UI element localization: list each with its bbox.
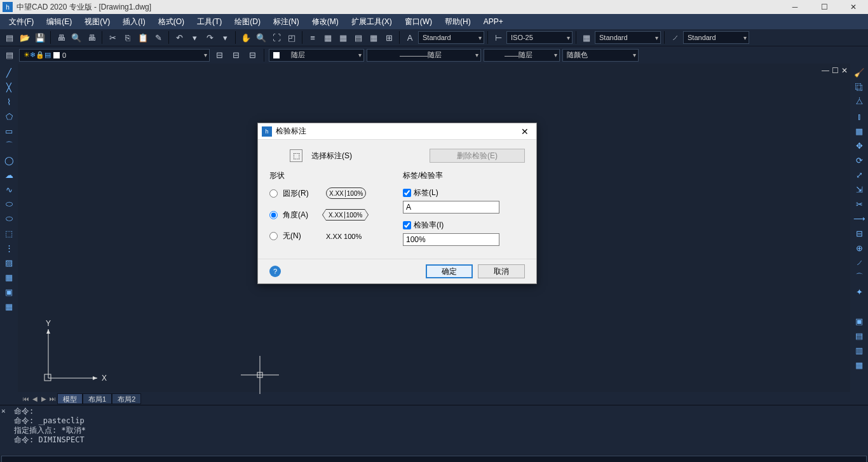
tab-first-icon[interactable]: ⏮ bbox=[22, 393, 31, 404]
dimstyle-dropdown[interactable]: ISO-25 bbox=[506, 31, 573, 44]
zoom-icon[interactable]: 🔍 bbox=[254, 31, 268, 44]
new-icon[interactable]: ▤ bbox=[3, 31, 17, 44]
layerprev-icon[interactable]: ⊟ bbox=[212, 48, 226, 62]
tab-next-icon[interactable]: ▶ bbox=[39, 393, 48, 404]
arc-icon[interactable]: ⌒ bbox=[2, 139, 16, 152]
mleaderstyle-icon[interactable]: ⟋ bbox=[668, 31, 682, 44]
layeriso-icon[interactable]: ⊟ bbox=[229, 48, 243, 62]
ok-button[interactable]: 确定 bbox=[426, 264, 473, 278]
open-icon[interactable]: 📂 bbox=[18, 31, 32, 44]
chamfer-icon[interactable]: ⟋ bbox=[852, 256, 866, 269]
menu-insert[interactable]: 插入(I) bbox=[116, 14, 151, 29]
mirror-icon[interactable]: ⧊ bbox=[852, 95, 866, 108]
rate-input[interactable] bbox=[403, 233, 499, 246]
menu-dimension[interactable]: 标注(N) bbox=[267, 14, 306, 29]
calc-icon[interactable]: ▤ bbox=[351, 31, 365, 44]
tablestyle-icon[interactable]: ▦ bbox=[580, 31, 593, 44]
tab-last-icon[interactable]: ⏭ bbox=[48, 393, 57, 404]
hatch-icon[interactable]: ▨ bbox=[2, 256, 16, 269]
layer-dropdown[interactable]: ☀❄🔒▤ 0 bbox=[19, 49, 210, 62]
layeroff-icon[interactable]: ⊟ bbox=[245, 48, 259, 62]
command-input[interactable] bbox=[1, 456, 867, 462]
rotate-icon[interactable]: ⟳ bbox=[852, 154, 866, 166]
rt3-icon[interactable]: ▥ bbox=[852, 344, 866, 357]
tablestyle-dropdown[interactable]: Standard bbox=[595, 31, 661, 44]
polygon-icon[interactable]: ⬠ bbox=[2, 110, 16, 123]
block-icon[interactable]: ⬚ bbox=[2, 227, 16, 240]
extend-icon[interactable]: ⟶ bbox=[852, 212, 866, 225]
menu-tools[interactable]: 工具(T) bbox=[191, 14, 228, 29]
pline-icon[interactable]: ⌇ bbox=[2, 95, 16, 108]
trim-icon[interactable]: ✂ bbox=[852, 198, 866, 210]
fillet-icon[interactable]: ⌒ bbox=[852, 271, 866, 283]
maximize-button[interactable]: ☐ bbox=[810, 0, 839, 14]
menu-edit[interactable]: 编辑(E) bbox=[40, 14, 78, 29]
redo-dd-icon[interactable]: ▾ bbox=[218, 31, 232, 44]
rt1-icon[interactable]: ▣ bbox=[852, 315, 866, 327]
erase-icon[interactable]: 🧹 bbox=[852, 66, 866, 79]
save-icon[interactable]: 💾 bbox=[33, 31, 47, 44]
point-icon[interactable]: ⋮ bbox=[2, 241, 16, 254]
zoomext-icon[interactable]: ⛶ bbox=[269, 31, 283, 44]
rt4-icon[interactable]: ▦ bbox=[852, 358, 866, 371]
join-icon[interactable]: ⊕ bbox=[852, 241, 866, 254]
select-dim-button[interactable]: ⬚ bbox=[290, 149, 302, 162]
tab-layout2[interactable]: 布局2 bbox=[112, 393, 141, 404]
props-icon[interactable]: ▦ bbox=[321, 31, 335, 44]
line-icon[interactable]: ╱ bbox=[2, 66, 16, 79]
explode-icon[interactable]: ✦ bbox=[852, 285, 866, 298]
tab-layout1[interactable]: 布局1 bbox=[83, 393, 112, 404]
close-button[interactable]: ✕ bbox=[839, 0, 868, 14]
menu-app[interactable]: APP+ bbox=[477, 14, 510, 29]
move-icon[interactable]: ✥ bbox=[852, 139, 866, 152]
canvas-close-icon[interactable]: ✕ bbox=[841, 66, 848, 75]
tab-prev-icon[interactable]: ◀ bbox=[31, 393, 39, 404]
ellipsearc-icon[interactable]: ⬭ bbox=[2, 212, 16, 225]
grid-icon[interactable]: ▦ bbox=[336, 31, 350, 44]
stretch-icon[interactable]: ⇲ bbox=[852, 183, 866, 196]
break-icon[interactable]: ⊟ bbox=[852, 227, 866, 240]
tool6-icon[interactable]: ⊞ bbox=[382, 31, 396, 44]
paste-icon[interactable]: 📋 bbox=[136, 31, 150, 44]
undo-dd-icon[interactable]: ▾ bbox=[187, 31, 201, 44]
menu-view[interactable]: 视图(V) bbox=[78, 14, 116, 29]
ltype-dropdown[interactable]: ———— 随层 bbox=[367, 49, 481, 62]
cut-icon[interactable]: ✂ bbox=[105, 31, 119, 44]
help-icon[interactable]: ? bbox=[269, 266, 281, 277]
radio-none[interactable] bbox=[269, 232, 278, 240]
layermgr-icon[interactable]: ▤ bbox=[3, 48, 17, 62]
array-icon[interactable]: ▦ bbox=[852, 125, 866, 137]
radio-angle[interactable] bbox=[269, 211, 278, 219]
spline-icon[interactable]: ∿ bbox=[2, 183, 16, 196]
color-dropdown[interactable]: 随层 bbox=[269, 49, 364, 62]
scale-icon[interactable]: ⤢ bbox=[852, 168, 866, 181]
menu-format[interactable]: 格式(O) bbox=[152, 14, 191, 29]
print-icon[interactable]: 🖶 bbox=[54, 31, 68, 44]
plotstyle-dropdown[interactable]: 随颜色 bbox=[562, 49, 639, 62]
match-icon[interactable]: ✎ bbox=[151, 31, 165, 44]
plot-icon[interactable]: 🖶 bbox=[85, 31, 98, 44]
menu-modify[interactable]: 修改(M) bbox=[306, 14, 345, 29]
zoomwin-icon[interactable]: ◰ bbox=[285, 31, 299, 44]
mleaderstyle-dropdown[interactable]: Standard bbox=[683, 31, 749, 44]
gradient-icon[interactable]: ▦ bbox=[2, 271, 16, 283]
check-label[interactable] bbox=[403, 189, 411, 197]
canvas-min-icon[interactable]: — bbox=[822, 66, 829, 75]
tool5-icon[interactable]: ▦ bbox=[367, 31, 381, 44]
check-rate[interactable] bbox=[403, 221, 411, 229]
tab-model[interactable]: 模型 bbox=[57, 393, 83, 404]
ellipse-icon[interactable]: ⬭ bbox=[2, 198, 16, 210]
region-icon[interactable]: ▣ bbox=[2, 285, 16, 298]
menu-window[interactable]: 窗口(W) bbox=[398, 14, 438, 29]
copy-icon[interactable]: ⎘ bbox=[121, 31, 135, 44]
rt2-icon[interactable]: ▤ bbox=[852, 329, 866, 342]
menu-file[interactable]: 文件(F) bbox=[3, 14, 40, 29]
pan-icon[interactable]: ✋ bbox=[239, 31, 253, 44]
table-icon[interactable]: ▦ bbox=[2, 300, 16, 313]
menu-draw[interactable]: 绘图(D) bbox=[228, 14, 267, 29]
layers-icon[interactable]: ≡ bbox=[306, 31, 320, 44]
menu-ext[interactable]: 扩展工具(X) bbox=[345, 14, 398, 29]
minimize-button[interactable]: ─ bbox=[780, 0, 810, 14]
radio-round[interactable] bbox=[269, 189, 278, 198]
dimstyle-icon[interactable]: ⊢ bbox=[491, 31, 505, 44]
